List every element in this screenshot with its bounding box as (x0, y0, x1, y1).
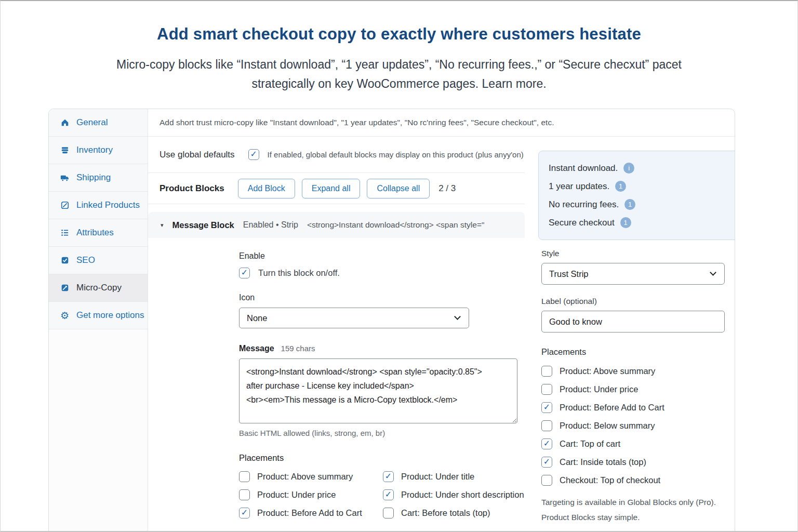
placement-checkbox[interactable] (541, 438, 552, 449)
placement-checkbox[interactable] (239, 471, 250, 482)
message-block-header[interactable]: ▾ Message Block Enabled • Strip <strong>… (148, 212, 525, 238)
sidebar-item-label: Linked Products (76, 200, 140, 210)
placement-label: Product: Above summary (560, 366, 655, 376)
expand-all-button[interactable]: Expand all (302, 179, 361, 198)
sidebar-item-inventory[interactable]: Inventory (49, 137, 148, 164)
sidebar-item-label: Get more options (76, 310, 144, 321)
message-textarea[interactable]: <strong>Instant download</strong> <span … (239, 358, 517, 423)
placement-option: Product: Before Add to Cart (541, 402, 735, 413)
info-badge-icon[interactable]: 1 (620, 217, 631, 228)
placement-checkbox[interactable] (383, 508, 394, 518)
chevron-down-icon (710, 269, 716, 276)
sidebar-item-shipping[interactable]: Shipping (49, 164, 148, 192)
label-optional-label: Label (optional) (541, 297, 735, 306)
placements-grid: Product: Above summary Product: Under ti… (239, 471, 525, 518)
placement-option: Product: Below summary (541, 420, 735, 431)
placement-label: Product: Below summary (560, 421, 655, 431)
global-defaults-checkbox[interactable] (248, 149, 259, 160)
enable-label: Enable (239, 251, 525, 261)
message-block-title: Message Block (172, 220, 234, 230)
seo-icon (60, 256, 70, 265)
placement-option: Checkout: Top of checkout (541, 475, 735, 486)
info-badge-icon[interactable]: i (623, 163, 634, 174)
message-block-status: Enabled • Strip (243, 220, 298, 230)
sidebar-item-label: General (76, 117, 108, 128)
preview-item: Secure checkout 1 (549, 214, 734, 232)
placement-checkbox[interactable] (239, 508, 250, 518)
preview-text: 1 year updates. (549, 181, 609, 192)
placement-option: Product: Under short description (383, 489, 525, 500)
info-badge-icon[interactable]: 1 (624, 199, 635, 210)
sidebar-item-seo[interactable]: SEO (49, 247, 148, 274)
enable-checkbox[interactable] (239, 268, 250, 278)
placement-label: Cart: Inside totals (top) (560, 457, 646, 467)
preview-item: 1 year updates. 1 (549, 177, 734, 195)
icon-label: Icon (239, 293, 525, 302)
sidebar-item-micro-copy[interactable]: Micro-Copy (49, 274, 148, 302)
description-bar: Add short trust micro-copy like "Instant… (148, 109, 735, 137)
preview-item: No recurring fees. 1 (549, 195, 734, 214)
sidebar-item-attributes[interactable]: Attributes (49, 219, 148, 247)
trust-strip-preview: Instant download. i 1 year updates. 1 No… (538, 151, 735, 240)
placement-label: Product: Under title (401, 472, 474, 482)
placement-checkbox[interactable] (541, 475, 552, 486)
preview-text: Secure checkout (549, 218, 615, 228)
sidebar-filler (49, 329, 148, 532)
style-select[interactable]: Trust Strip (541, 263, 725, 285)
sidebar-item-get-more-options[interactable]: ⚙ Get more options (49, 302, 148, 329)
placement-checkbox[interactable] (541, 402, 552, 413)
placement-checkbox[interactable] (383, 471, 394, 482)
micro-copy-icon (60, 283, 70, 293)
message-block-preview: <strong>Instant download</strong> <span … (307, 220, 485, 230)
targeting-note: Targeting is available in Global Blocks … (541, 495, 728, 525)
placement-label: Product: Before Add to Cart (560, 403, 664, 413)
sidebar-item-label: Inventory (76, 145, 113, 155)
chevron-down-icon (454, 313, 461, 320)
linked-products-icon (60, 201, 70, 210)
placement-label: Checkout: Top of checkout (560, 475, 660, 485)
placement-option: Cart: Top of cart (541, 438, 735, 449)
placement-checkbox[interactable] (239, 489, 250, 500)
targeting-note-line-1: Targeting is available in Global Blocks … (541, 495, 728, 510)
global-defaults-help: If enabled, global default blocks may di… (268, 150, 524, 159)
placement-checkbox[interactable] (541, 457, 552, 468)
sidebar-item-linked-products[interactable]: Linked Products (49, 192, 148, 219)
collapse-caret-icon[interactable]: ▾ (161, 222, 164, 229)
product-blocks-row: Product Blocks Add Block Expand all Coll… (148, 173, 525, 204)
placement-label: Product: Under price (257, 490, 336, 500)
right-placements-list: Product: Above summary Product: Under pr… (541, 366, 735, 486)
home-icon (60, 118, 70, 128)
placement-label: Product: Under price (560, 384, 638, 394)
style-label: Style (541, 249, 735, 258)
shipping-icon (60, 173, 70, 183)
placement-label: Product: Above summary (257, 472, 353, 482)
global-defaults-label: Use global defaults (159, 150, 235, 160)
attributes-icon (60, 228, 70, 238)
label-input[interactable] (541, 311, 725, 332)
placement-checkbox[interactable] (541, 384, 552, 395)
add-block-button[interactable]: Add Block (238, 179, 295, 198)
sidebar-item-label: Micro-Copy (76, 283, 122, 293)
blocks-counter: 2 / 3 (438, 183, 456, 194)
placement-option: Product: Under price (541, 384, 735, 395)
right-column: Instant download. i 1 year updates. 1 No… (525, 137, 735, 532)
placement-option: Product: Before Add to Cart (239, 508, 383, 518)
placement-checkbox[interactable] (383, 489, 394, 500)
icon-select-value: None (247, 313, 267, 323)
info-badge-icon[interactable]: 1 (615, 181, 626, 192)
icon-select[interactable]: None (239, 308, 469, 328)
targeting-note-line-2: Product Blocks stay simple. (541, 510, 728, 525)
page-title: Add smart checkout copy to exactly where… (1, 25, 797, 44)
preview-item: Instant download. i (549, 159, 734, 177)
message-help-text: Basic HTML allowed (links, strong, em, b… (239, 429, 525, 437)
placement-checkbox[interactable] (541, 366, 552, 377)
placement-option: Product: Under title (383, 471, 525, 482)
sidebar-item-label: SEO (76, 255, 95, 265)
placement-option: Product: Under price (239, 489, 383, 500)
sidebar-item-general[interactable]: General (49, 109, 148, 137)
placement-label: Product: Before Add to Cart (257, 508, 362, 518)
collapse-all-button[interactable]: Collapse all (367, 179, 430, 198)
placement-checkbox[interactable] (541, 420, 552, 431)
gear-icon: ⚙ (60, 311, 70, 321)
placement-label: Product: Under short description (401, 490, 524, 500)
